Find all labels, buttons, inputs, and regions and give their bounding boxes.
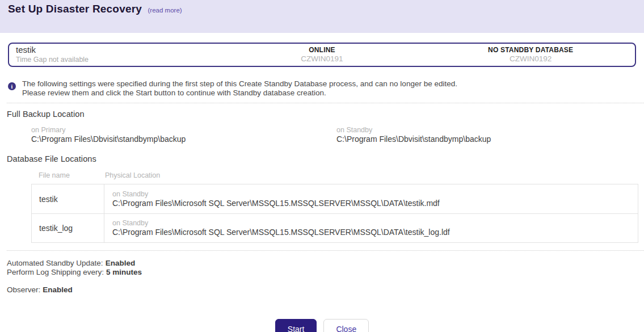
physical-location-cell: on Standby C:\Program Files\Microsoft SQ… [104,214,638,242]
primary-backup-location: on Primary C:\Program Files\Dbvisit\stan… [31,126,336,145]
automated-standby-update-line: Automated Standby Update:Enabled [7,259,636,268]
table-row: testik_log on Standby C:\Program Files\M… [32,213,638,242]
action-button-row: Start Close [0,319,644,332]
file-path: C:\Program Files\Microsoft SQL Server\MS… [112,228,638,238]
physical-location-column-header: Physical Location [105,171,636,179]
file-name-cell: testik_log [32,214,104,242]
database-status-bar: testik Time Gap not available ONLINE CZW… [8,43,636,67]
time-gap-label: Time Gap not available [16,56,218,65]
source-hostname: CZWIN0191 [218,54,427,64]
table-row: testik on Standby C:\Program Files\Micro… [32,184,638,213]
file-name-cell: testik [32,184,104,213]
file-path: C:\Program Files\Microsoft SQL Server\MS… [112,199,638,209]
db-files-table-header: File name Physical Location [39,171,636,179]
notice-line-1: The following settings were specified du… [22,79,457,89]
status-primary-cell: testik Time Gap not available [9,45,218,64]
divider [7,103,644,103]
info-icon: i [8,82,16,90]
file-name-column-header: File name [39,171,105,179]
automated-standby-update-label: Automated Standby Update: [7,259,103,267]
divider [7,250,644,251]
standby-status-badge: NO STANDBY DATABASE [426,46,635,54]
observer-label: Observer: [7,285,40,294]
notice-text: The following settings were specified du… [22,79,457,98]
standby-hostname: CZWIN0192 [426,54,635,64]
db-files-table: testik on Standby C:\Program Files\Micro… [31,184,638,243]
automated-standby-update-value: Enabled [106,259,136,267]
log-shipping-value: 5 minutes [106,268,142,276]
on-standby-label: on Standby [336,126,636,135]
on-standby-label: on Standby [112,219,638,228]
standby-backup-location: on Standby C:\Program Files\Dbvisit\stan… [336,126,636,145]
full-backup-heading: Full Backup Location [7,110,636,119]
observer-value: Enabled [43,285,73,294]
log-shipping-label: Perform Log Shipping every: [7,268,104,276]
start-button[interactable]: Start [275,319,317,332]
settings-summary: Automated Standby Update:Enabled Perform… [7,259,636,295]
notice-line-2: Please review them and click the Start b… [22,89,457,98]
on-primary-label: on Primary [31,126,336,135]
status-standby-cell: NO STANDBY DATABASE CZWIN0192 [426,46,635,64]
observer-line: Observer:Enabled [7,285,636,295]
close-button[interactable]: Close [323,319,369,332]
database-name: testik [16,45,218,56]
db-file-locations-heading: Database File Locations [7,154,636,163]
full-backup-locations: on Primary C:\Program Files\Dbvisit\stan… [31,126,636,145]
physical-location-cell: on Standby C:\Program Files\Microsoft SQ… [104,184,638,213]
page-title: Set Up Disaster Recovery [8,3,142,15]
status-source-cell: ONLINE CZWIN0191 [218,46,427,64]
info-notice: i The following settings were specified … [8,79,636,98]
read-more-link[interactable]: (read more) [148,7,182,14]
header-band: Set Up Disaster Recovery (read more) [0,0,644,33]
source-status-badge: ONLINE [218,46,427,54]
on-standby-label: on Standby [112,190,638,199]
standby-backup-path: C:\Program Files\Dbvisit\standbymp\backu… [336,135,636,145]
log-shipping-line: Perform Log Shipping every:5 minutes [7,268,636,277]
primary-backup-path: C:\Program Files\Dbvisit\standbymp\backu… [31,135,336,145]
